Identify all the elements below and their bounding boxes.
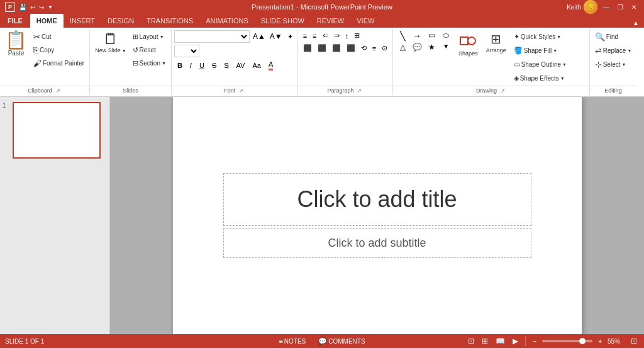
clear-formatting-btn[interactable]: ✦: [286, 32, 295, 42]
strikethrough-button[interactable]: S: [209, 59, 219, 72]
fit-slide-btn[interactable]: ⊡: [629, 336, 639, 346]
ribbon-collapse-btn[interactable]: ▲: [628, 18, 644, 28]
clipboard-expand-icon[interactable]: ↗: [55, 88, 62, 94]
format-painter-button[interactable]: 🖌 Format Painter: [31, 57, 87, 69]
maximize-btn[interactable]: ❐: [615, 3, 625, 11]
slide-subtitle-placeholder[interactable]: Click to add subtitle: [223, 228, 531, 258]
numbering-button[interactable]: ≡: [310, 31, 319, 41]
zoom-slider[interactable]: [542, 340, 592, 342]
font-color-button[interactable]: A: [265, 59, 276, 72]
bold-button[interactable]: B: [174, 59, 186, 72]
convert-smartart-button[interactable]: ⊙: [379, 43, 390, 53]
tab-insert[interactable]: INSERT: [64, 14, 101, 28]
paragraph-expand-icon[interactable]: ↗: [356, 88, 363, 94]
slide-thumbnail[interactable]: [13, 102, 101, 159]
reset-button[interactable]: ↺ Reset: [130, 43, 169, 56]
zoom-level[interactable]: 55%: [608, 338, 625, 345]
new-slide-button[interactable]: 🗒 New Slide ▼: [92, 30, 128, 84]
shapes-icon: [459, 32, 477, 50]
paste-icon: 📋: [5, 31, 27, 49]
undo-icon[interactable]: ↩: [29, 3, 36, 11]
zoom-out-btn[interactable]: −: [531, 337, 538, 345]
slide-title-placeholder[interactable]: Click to add title: [223, 173, 531, 226]
status-bar-center: ≡ NOTES 💬 COMMENTS: [276, 337, 367, 345]
replace-icon: ⇌: [595, 46, 602, 55]
shape-callout[interactable]: 💬: [410, 42, 424, 52]
shape-fill-button[interactable]: 🪣 Shape Fill ▼: [511, 44, 587, 57]
arrange-button[interactable]: ⊞ Arrange: [484, 30, 509, 84]
tab-review[interactable]: REVIEW: [311, 14, 350, 28]
tab-animations[interactable]: ANIMATIONS: [199, 14, 255, 28]
drawing-expand-icon[interactable]: ↗: [499, 88, 506, 94]
minimize-btn[interactable]: —: [601, 3, 611, 11]
select-icon: ⊹: [595, 60, 602, 69]
font-expand-icon[interactable]: ↗: [238, 88, 245, 94]
save-icon[interactable]: 💾: [18, 3, 28, 11]
align-center-button[interactable]: ⬛: [315, 43, 329, 53]
para-row-2: ⬛ ⬛ ⬛ ⬛ ⟲ ≡ ⊙: [301, 43, 390, 53]
tab-slideshow[interactable]: SLIDE SHOW: [255, 14, 311, 28]
copy-button[interactable]: ⎘ Copy: [31, 43, 87, 56]
slide-canvas[interactable]: Click to add title Click to add subtitle: [173, 97, 582, 334]
decrease-indent-button[interactable]: ⇐: [320, 30, 331, 41]
italic-button[interactable]: I: [187, 59, 195, 72]
bullets-button[interactable]: ≡: [301, 31, 309, 41]
tab-design[interactable]: DESIGN: [101, 14, 140, 28]
justify-button[interactable]: ⬛: [344, 43, 358, 53]
decrease-font-btn[interactable]: A▼: [268, 31, 284, 42]
increase-font-btn[interactable]: A▲: [251, 31, 267, 42]
shape-arrow[interactable]: →: [410, 30, 424, 42]
select-button[interactable]: ⊹ Select ▼: [592, 58, 635, 70]
close-btn[interactable]: ✕: [629, 3, 639, 11]
line-spacing-button[interactable]: ↕: [343, 31, 352, 41]
tab-transitions[interactable]: TRANSITIONS: [140, 14, 199, 28]
shape-effects-button[interactable]: ◈ Shape Effects ▼: [511, 72, 587, 84]
app-icon: P: [5, 2, 15, 12]
columns-button[interactable]: ⊞: [352, 30, 362, 41]
shape-oval[interactable]: ⬭: [439, 30, 453, 42]
shape-triangle[interactable]: △: [396, 42, 409, 52]
paste-button[interactable]: 📋 Paste: [3, 30, 30, 84]
shape-line[interactable]: ╲: [396, 30, 409, 42]
redo-icon[interactable]: ↪: [38, 3, 45, 11]
font-name-select[interactable]: [174, 30, 250, 43]
text-direction-button[interactable]: ⟲: [358, 43, 369, 53]
increase-indent-button[interactable]: ⇒: [331, 30, 342, 41]
slideshow-btn[interactable]: ▶: [511, 336, 520, 346]
new-slide-dropdown-arrow[interactable]: ▼: [122, 48, 126, 53]
comments-button[interactable]: 💬 COMMENTS: [316, 337, 367, 345]
normal-view-btn[interactable]: ⊡: [466, 336, 476, 346]
quick-styles-button[interactable]: ✦ Quick Styles ▼: [511, 30, 587, 43]
slide-sorter-btn[interactable]: ⊞: [480, 336, 490, 346]
tab-file[interactable]: FILE: [0, 14, 30, 28]
layout-button[interactable]: ⊞ Layout ▼: [130, 30, 169, 43]
slide-subtitle-text: Click to add subtitle: [231, 237, 523, 250]
shape-more[interactable]: ▼: [439, 42, 453, 52]
char-spacing-button[interactable]: AV: [233, 59, 248, 72]
zoom-thumb[interactable]: [579, 338, 586, 344]
title-bar-left: P 💾 ↩ ↪ ▼: [5, 2, 54, 12]
shape-star[interactable]: ★: [425, 42, 438, 52]
section-button[interactable]: ⊟ Section ▼: [130, 57, 169, 69]
shapes-button-large[interactable]: Shapes: [455, 30, 481, 84]
notes-button[interactable]: ≡ NOTES: [276, 337, 308, 345]
cut-button[interactable]: ✂ Cut: [31, 30, 87, 43]
find-button[interactable]: 🔍 Find: [592, 30, 635, 43]
section-icon: ⊟: [133, 59, 138, 67]
customize-icon[interactable]: ▼: [47, 4, 54, 11]
shape-rect[interactable]: ▭: [425, 30, 438, 42]
text-shadow-button[interactable]: S: [221, 59, 231, 72]
align-left-button[interactable]: ⬛: [301, 43, 314, 53]
tab-view[interactable]: VIEW: [350, 14, 380, 28]
align-text-button[interactable]: ≡: [370, 43, 379, 53]
align-right-button[interactable]: ⬛: [330, 43, 343, 53]
shape-outline-button[interactable]: ▭ Shape Outline ▼: [511, 58, 587, 70]
underline-button[interactable]: U: [196, 59, 208, 72]
font-size-select[interactable]: [174, 45, 199, 57]
replace-button[interactable]: ⇌ Replace ▼: [592, 44, 635, 57]
drawing-label: Drawing ↗: [393, 86, 589, 95]
tab-home[interactable]: HOME: [30, 14, 64, 28]
reading-view-btn[interactable]: 📖: [494, 336, 507, 346]
zoom-in-btn[interactable]: +: [596, 337, 604, 345]
change-case-button[interactable]: Aa: [249, 59, 264, 72]
